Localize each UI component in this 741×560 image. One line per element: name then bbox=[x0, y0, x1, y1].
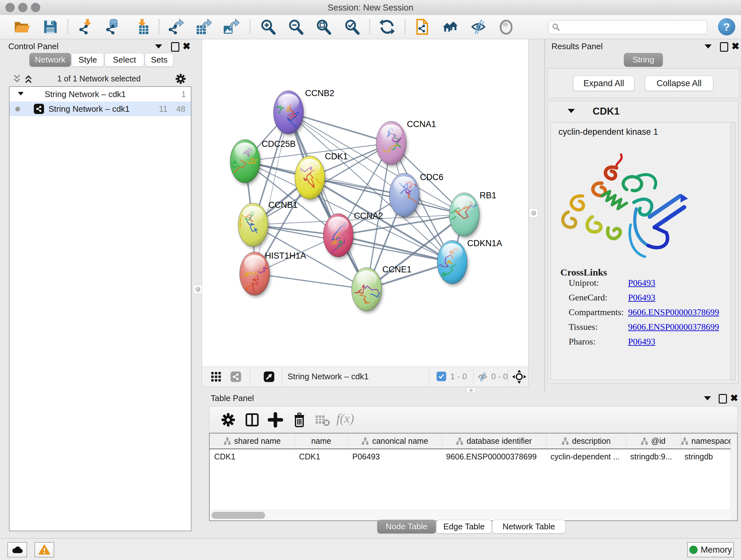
crosslink-link[interactable]: P06493 bbox=[628, 278, 656, 288]
scrollbar-thumb[interactable] bbox=[212, 512, 265, 519]
node-CCNA1[interactable]: CCNA1 bbox=[376, 119, 436, 167]
tab-string[interactable]: String bbox=[624, 53, 663, 67]
show-columns-icon[interactable] bbox=[245, 412, 260, 428]
edge-CCNE1-HIST1H1A[interactable] bbox=[255, 273, 367, 289]
share-document-icon[interactable] bbox=[414, 18, 430, 35]
node-CCNB1[interactable]: CCNB1 bbox=[237, 200, 297, 249]
search-input[interactable] bbox=[562, 21, 704, 33]
delete-column-icon[interactable] bbox=[292, 412, 307, 428]
node-RB1[interactable]: RB1 bbox=[446, 191, 496, 239]
add-column-icon[interactable] bbox=[268, 412, 283, 428]
expand-all-button[interactable]: Expand All bbox=[573, 76, 634, 91]
node-CDC25B[interactable]: CDC25B bbox=[229, 139, 295, 185]
float-panel-icon[interactable] bbox=[155, 44, 165, 54]
results-scrollbar[interactable] bbox=[731, 123, 735, 380]
save-session-icon[interactable] bbox=[42, 18, 59, 35]
network-badge-icon[interactable] bbox=[230, 371, 242, 382]
maximize-panel-icon[interactable] bbox=[720, 42, 730, 52]
network-options-gear-icon[interactable] bbox=[175, 73, 186, 84]
collapse-all-button[interactable]: Collapse All bbox=[645, 76, 713, 91]
column-header-description[interactable]: description bbox=[546, 434, 626, 449]
crosslink-link[interactable]: 9606.ENSP00000378699 bbox=[628, 322, 719, 332]
tab-network-table[interactable]: Network Table bbox=[492, 520, 565, 534]
node-CCNB2[interactable]: CCNB2 bbox=[273, 88, 334, 136]
node-CDC6[interactable]: CDC6 bbox=[389, 172, 444, 219]
table-row[interactable]: CDK1CDK1P064939606.ENSP00000378699cyclin… bbox=[210, 449, 732, 464]
refresh-icon[interactable] bbox=[379, 18, 395, 35]
table-cell[interactable]: stringdb bbox=[680, 449, 732, 464]
crosslink-link[interactable]: 9606.ENSP00000378699 bbox=[628, 307, 719, 317]
crosslink-link[interactable]: P06493 bbox=[628, 293, 656, 303]
network-canvas[interactable]: CCNB2CCNA1CDC25BCDK1CDC6RB1CCNB1CCNA2CDK… bbox=[202, 39, 528, 367]
tab-style[interactable]: Style bbox=[71, 53, 104, 67]
node-table[interactable]: shared namenamecanonical namedatabase id… bbox=[209, 433, 738, 521]
maximize-panel-icon[interactable] bbox=[171, 42, 181, 52]
warnings-button[interactable] bbox=[35, 542, 54, 557]
column-header-database-identifier[interactable]: database identifier bbox=[442, 434, 546, 449]
zoom-selected-icon[interactable] bbox=[344, 18, 360, 35]
import-table-from-file-icon[interactable] bbox=[133, 18, 150, 35]
right-splitter-handle[interactable] bbox=[529, 208, 538, 217]
column-header-shared-name[interactable]: shared name bbox=[210, 434, 294, 449]
entry-expander-icon[interactable] bbox=[568, 109, 575, 113]
column-header-namespace[interactable]: namespace bbox=[680, 434, 732, 449]
welcome-screen-icon[interactable] bbox=[442, 18, 459, 35]
node-CCNA2[interactable]: CCNA2 bbox=[323, 211, 383, 260]
table-cell[interactable]: stringdb:9... bbox=[626, 449, 680, 464]
network-row[interactable]: String Network – cdk1 11 48 bbox=[10, 102, 191, 116]
float-panel-icon[interactable] bbox=[704, 44, 714, 54]
close-panel-icon[interactable]: ✖ bbox=[731, 42, 741, 52]
table-cell[interactable]: cyclin-dependent ... bbox=[546, 449, 626, 464]
node-CDK1[interactable]: CDK1 bbox=[295, 152, 348, 201]
node-HIST1H1A[interactable]: HIST1H1A bbox=[240, 251, 306, 298]
open-file-icon[interactable] bbox=[13, 18, 30, 35]
selected-checkbox-icon[interactable] bbox=[436, 372, 446, 381]
memory-button[interactable]: Memory bbox=[687, 542, 734, 557]
bottom-splitter-handle[interactable] bbox=[467, 388, 475, 393]
table-cell[interactable]: 9606.ENSP00000378699 bbox=[442, 449, 546, 464]
column-header-@id[interactable]: @id bbox=[626, 434, 680, 449]
tab-edge-table[interactable]: Edge Table bbox=[436, 520, 492, 534]
detach-view-icon[interactable] bbox=[263, 371, 275, 382]
edge-CCNB2-CCNE1[interactable] bbox=[288, 112, 367, 289]
collection-expander-icon[interactable] bbox=[18, 92, 23, 96]
zoom-in-icon[interactable] bbox=[260, 18, 276, 35]
tab-network[interactable]: Network bbox=[29, 53, 71, 67]
table-vertical-scrollbar[interactable] bbox=[731, 434, 737, 520]
float-panel-icon[interactable] bbox=[704, 396, 714, 406]
column-header-canonical-name[interactable]: canonical name bbox=[348, 434, 442, 449]
network-collection-row[interactable]: String Network – cdk1 1 bbox=[10, 87, 191, 102]
table-horizontal-scrollbar[interactable] bbox=[210, 510, 731, 520]
table-cell[interactable]: CDK1 bbox=[294, 449, 348, 464]
birdseye-view-icon[interactable] bbox=[498, 18, 515, 35]
close-panel-icon[interactable]: ✖ bbox=[183, 42, 192, 52]
table-cell[interactable]: CDK1 bbox=[210, 449, 294, 464]
zoom-fit-icon[interactable] bbox=[315, 18, 332, 35]
cloud-status-button[interactable] bbox=[7, 542, 27, 557]
edge-CCNA2-CDKN1A[interactable] bbox=[338, 235, 452, 262]
help-button[interactable]: ? bbox=[718, 18, 735, 36]
tab-node-table[interactable]: Node Table bbox=[377, 520, 436, 534]
tab-sets[interactable]: Sets bbox=[145, 53, 174, 67]
node-CDKN1A[interactable]: CDKN1A bbox=[435, 239, 502, 286]
close-panel-icon[interactable]: ✖ bbox=[730, 394, 740, 403]
export-table-icon[interactable] bbox=[195, 18, 212, 35]
gene-entry-header[interactable]: CDK1 bbox=[548, 101, 738, 122]
zoom-out-icon[interactable] bbox=[287, 18, 304, 35]
edge-CCNB2-HIST1H1A[interactable] bbox=[255, 112, 288, 273]
table-options-gear-icon[interactable] bbox=[220, 412, 236, 428]
crosslink-link[interactable]: P06493 bbox=[628, 336, 656, 347]
tab-select[interactable]: Select bbox=[105, 53, 144, 67]
left-splitter-handle[interactable] bbox=[193, 285, 202, 294]
grid-view-icon[interactable] bbox=[210, 371, 222, 382]
export-image-icon[interactable] bbox=[223, 18, 239, 35]
table-cell[interactable]: P06493 bbox=[348, 449, 442, 464]
column-header-name[interactable]: name bbox=[294, 434, 348, 449]
export-network-icon[interactable] bbox=[167, 18, 184, 35]
import-network-from-file-icon[interactable] bbox=[78, 18, 95, 35]
import-network-from-database-icon[interactable] bbox=[105, 18, 122, 35]
fit-content-crosshair-icon[interactable] bbox=[512, 370, 526, 384]
hide-graphics-details-icon[interactable] bbox=[470, 18, 487, 35]
maximize-panel-icon[interactable] bbox=[719, 394, 728, 403]
node-CCNE1[interactable]: CCNE1 bbox=[352, 265, 412, 313]
